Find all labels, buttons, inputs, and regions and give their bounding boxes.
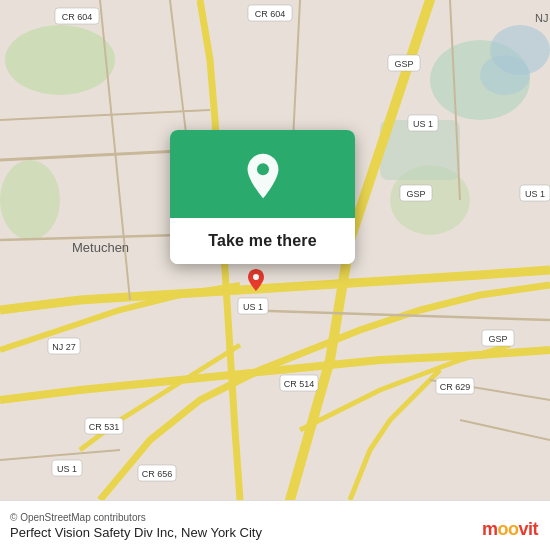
take-me-there-button[interactable]: Take me there <box>170 218 355 264</box>
svg-text:US 1: US 1 <box>243 302 263 312</box>
location-text: Perfect Vision Safety Div Inc, New York … <box>10 525 540 540</box>
svg-text:CR 531: CR 531 <box>89 422 120 432</box>
location-pin-icon <box>239 152 287 200</box>
svg-text:GSP: GSP <box>488 334 507 344</box>
svg-point-7 <box>480 55 530 95</box>
svg-text:NJ 27: NJ 27 <box>52 342 76 352</box>
svg-text:GSP: GSP <box>394 59 413 69</box>
attribution-text: © OpenStreetMap contributors <box>10 512 540 523</box>
map-pin-icon <box>246 268 266 292</box>
moovit-logo: moovit <box>482 519 538 540</box>
svg-point-51 <box>257 163 269 175</box>
svg-text:CR 656: CR 656 <box>142 469 173 479</box>
map-container: CR 604 CR 604 GSP US 1 GSP US 1 Metuchen… <box>0 0 550 500</box>
svg-text:Metuchen: Metuchen <box>72 240 129 255</box>
popup-card: Take me there <box>170 130 355 264</box>
svg-text:GSP: GSP <box>406 189 425 199</box>
svg-text:CR 604: CR 604 <box>255 9 286 19</box>
svg-text:US 1: US 1 <box>57 464 77 474</box>
svg-point-52 <box>253 274 259 280</box>
location-name: Perfect Vision Safety Div Inc <box>10 525 174 540</box>
bottom-bar: © OpenStreetMap contributors Perfect Vis… <box>0 500 550 550</box>
svg-text:US 1: US 1 <box>413 119 433 129</box>
location-separator: , <box>174 525 181 540</box>
svg-text:CR 604: CR 604 <box>62 12 93 22</box>
popup-icon-area <box>170 130 355 218</box>
svg-text:CR 629: CR 629 <box>440 382 471 392</box>
svg-point-2 <box>0 160 60 240</box>
svg-point-1 <box>5 25 115 95</box>
city-name: New York City <box>181 525 262 540</box>
svg-text:US 1: US 1 <box>525 189 545 199</box>
svg-text:CR 514: CR 514 <box>284 379 315 389</box>
svg-text:NJ: NJ <box>535 12 548 24</box>
